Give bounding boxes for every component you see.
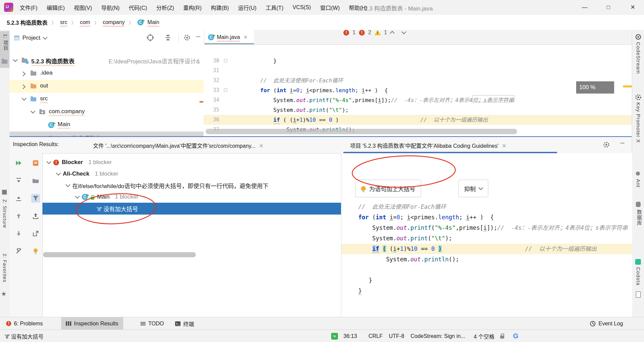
breadcrumb-item[interactable]: src [60,19,67,25]
editor-line-33[interactable]: 33 for (int i=0; i<primes.length; i++ ) … [204,85,632,95]
close-icon[interactable]: ✕ [243,34,248,40]
lock-icon[interactable] [500,330,504,342]
editor-line-31[interactable]: 31 [204,66,632,76]
chevron-right-icon[interactable] [21,72,25,76]
inspection-summary-widget[interactable]: !1 !2 1 [343,29,405,36]
star-icon[interactable]: ★ [1,290,6,298]
menu-b[interactable]: 构建(B) [211,3,229,12]
chevron-down-icon[interactable] [31,109,35,114]
editor-line-36[interactable]: 36 if ( (i+1)%10 == 0 ) // 以十个为一组遍历输出 [204,115,632,125]
tool-stripe-tab-structure[interactable]: Z: Structure [2,199,7,228]
breadcrumb-item[interactable]: Main [148,19,159,25]
inspection-tab-project[interactable]: 项目 '5.2.3 构造质数表'中配置文件'Alibaba Coding Gui… [350,141,507,149]
hide-panel-icon[interactable]: – [196,32,200,41]
project-tree-item-out[interactable]: out [10,80,204,93]
suggestion-icon[interactable] [31,247,40,256]
inspection-tree-item[interactable]: Ali-Check1 blocker [42,168,341,180]
collapse-all-icon[interactable] [164,34,172,41]
editor[interactable]: C Main.java ✕ 30 }3132 // 此处无法使用For-Each… [204,30,632,136]
locate-file-icon[interactable] [147,34,154,41]
inspection-tab-file[interactable]: 文件 '...\src\com\company\Main.java'中配置文件'… [93,141,264,149]
menu-w[interactable]: 窗口(W) [320,3,340,12]
caret-position[interactable]: 36:13 [343,330,357,342]
tool-stripe-tab-codestream[interactable]: CodeStream [636,42,641,74]
tool-stripe-tab-key-promoter-x[interactable]: Key Promoter X [636,102,641,143]
severity-icon[interactable] [31,159,40,167]
menu-t[interactable]: 工具(T) [266,3,283,12]
next-error-icon[interactable] [401,29,406,34]
maximize-button[interactable]: □ [601,0,616,15]
fix-tool-icon[interactable] [14,247,23,256]
tool-stripe-tab-favorites[interactable]: 2: Favorites [2,254,7,282]
editor-line-34[interactable]: 34 System.out.printf("%-4s",primes[i]);/… [204,95,632,105]
menu-v[interactable]: 视图(V) [74,3,92,12]
project-tree-item-5.2.3-.iml[interactable]: 5.2.3 构造质数表.iml [10,132,204,136]
filter-icon[interactable] [31,194,40,203]
editor-line-30[interactable]: 30 } [204,56,632,66]
editor-code-area[interactable]: 30 }3132 // 此处无法使用For-Each循环33 for (int … [204,44,632,136]
file-encoding[interactable]: UTF-8 [389,330,404,342]
menu-c[interactable]: 代码(C) [129,3,147,12]
menu-vcss[interactable]: VCS(S) [292,4,311,11]
line-separator[interactable]: CRLF [368,330,383,342]
tool-window-inspection-results[interactable]: Inspection Results [61,317,123,330]
inspection-selected-item[interactable]: 'if' 没有加大括号 [42,203,341,215]
tool-window-problems[interactable]: ! 6: Problems [1,317,48,330]
codestream-signin[interactable]: CodeStream: Sign in... [411,330,465,342]
tool-window-terminal[interactable]: >_ 终端 [170,317,199,330]
rerun-inspection-icon[interactable] [14,159,23,167]
inspection-tree-item[interactable]: 在if/else/for/while/do语句中必须使用大括号，即使只有一行代码… [42,180,341,191]
minimize-button[interactable]: — [577,0,592,15]
chevron-down-icon[interactable] [13,57,18,62]
terminal-badge-icon[interactable]: > [331,330,338,342]
menu-f[interactable]: 文件(F) [20,3,37,12]
inspection-tree[interactable]: !Blocker1 blockerAli-Check1 blocker在if/e… [42,153,341,317]
breadcrumb-item[interactable]: 5.2.3 构造质数表 [7,18,48,26]
export-icon[interactable] [31,212,40,220]
close-icon[interactable]: ✕ [502,143,506,149]
menu-n[interactable]: 导航(N) [101,3,119,12]
chevron-down-icon[interactable] [65,182,70,187]
chevron-down-icon[interactable] [46,159,51,164]
menu-u[interactable]: 运行(U) [238,3,257,12]
tree-horizontal-scrollbar[interactable] [43,252,196,257]
hide-panel-icon[interactable]: – [620,138,624,147]
chevron-right-icon[interactable] [21,84,25,89]
move-down-icon[interactable] [14,229,23,238]
project-tree-item-Main[interactable]: CMain [10,119,204,132]
gear-icon[interactable] [183,34,191,41]
chevron-down-icon[interactable] [75,194,80,199]
google-icon[interactable]: G [513,330,518,342]
editor-line-32[interactable]: 32 // 此处无法使用For-Each循环 [204,76,632,85]
error-stripe-mark[interactable] [623,85,632,87]
gear-icon[interactable] [603,141,610,148]
menu-r[interactable]: 重构(R) [183,3,202,12]
project-tree-item-5.2.3-[interactable]: 5.2.3 构造质数表E:\IdeaProjects\Java语言程序设计& [10,54,204,67]
tool-window-todo[interactable]: TODO [136,317,169,330]
project-tree-item-com.company[interactable]: com.company [10,106,204,119]
tool-stripe-tab-codota[interactable]: Codota [636,267,641,285]
group-by-icon[interactable] [31,176,40,185]
prev-error-icon[interactable] [390,31,395,36]
open-in-editor-icon[interactable] [31,229,40,238]
editor-tab-main-java[interactable]: C Main.java ✕ [205,30,254,44]
move-up-icon[interactable] [14,212,23,220]
breadcrumb-item[interactable]: com [80,19,90,25]
tool-stripe-tab-project[interactable]: 1: 项目 [0,31,10,68]
menu-z[interactable]: 分析(Z) [156,3,174,12]
project-tree-item-src[interactable]: src [10,93,204,106]
expand-all-icon[interactable] [14,176,23,185]
event-log-button[interactable]: Event Log [585,317,628,330]
document-icon[interactable] [636,291,641,298]
collapse-all-icon[interactable] [14,194,23,203]
tool-stripe-tab-ant[interactable]: Ant [636,179,641,188]
project-panel-header[interactable]: Project [10,30,204,46]
inspection-tree-item[interactable]: CMain1 blocker [42,191,341,203]
editor-line-35[interactable]: 35 System.out.print("\t"); [204,105,632,115]
fold-marker[interactable] [224,88,227,92]
indent-setting[interactable]: 4 个空格 [474,330,494,342]
chevron-down-icon[interactable] [56,171,61,176]
inspection-tree-item[interactable]: !Blocker1 blocker [42,157,341,168]
chevron-down-icon[interactable] [22,96,26,101]
tool-stripe-tab-database[interactable]: 数据库 [636,209,643,226]
